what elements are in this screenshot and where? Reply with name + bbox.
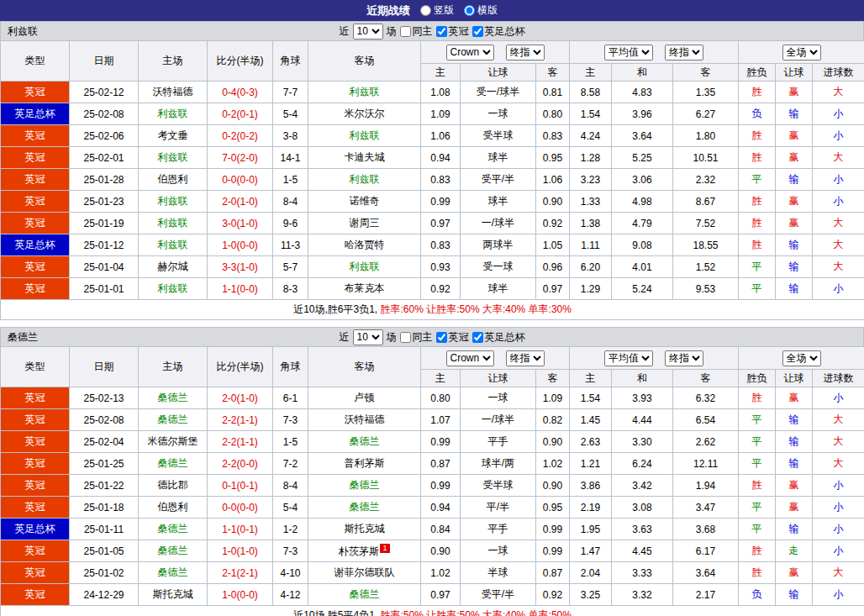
home-team-cell-name: 米德尔斯堡 [148, 435, 198, 447]
handicap-cell: 平手 [461, 431, 536, 453]
fulltime-scope-select[interactable]: 全场 [782, 350, 821, 366]
filter-option-fa-cup[interactable]: 英足总杯 [472, 24, 525, 39]
euro-draw-odds: 3.64 [612, 125, 673, 147]
away-team-cell[interactable]: 桑德兰 [308, 431, 421, 453]
home-team-cell[interactable]: 利兹联 [139, 191, 208, 213]
date-cell: 25-02-08 [70, 409, 139, 431]
home-team-cell[interactable]: 利兹联 [139, 278, 208, 300]
euro-away-odds: 1.35 [673, 82, 739, 103]
checkbox-fa-cup[interactable] [472, 26, 483, 37]
match-count-select[interactable]: 10 [353, 24, 383, 39]
home-team-cell[interactable]: 桑德兰 [139, 562, 208, 584]
odds-group-selects: 平均值终指 [570, 45, 738, 61]
league-cell: 英冠 [1, 213, 70, 234]
filter-option-league-championship[interactable]: 英冠 [436, 24, 469, 39]
euro-home-odds: 1.11 [570, 234, 612, 256]
home-team-cell: 沃特福德 [139, 82, 208, 103]
checkbox-fa-cup[interactable] [472, 332, 483, 343]
home-team-cell-name: 利兹联 [158, 217, 188, 229]
away-team-cell[interactable]: 利兹联 [308, 256, 421, 278]
away-team-cell-name: 沃特福德 [345, 413, 385, 425]
away-team-cell[interactable]: 利兹联 [308, 125, 421, 147]
filter-option-same-home[interactable]: 同主 [400, 330, 433, 345]
handicap-result-cell: 输 [776, 278, 813, 300]
layout-option-vertical[interactable]: 竖版 [420, 3, 454, 18]
away-team-cell-name: 桑德兰 [350, 479, 380, 491]
euro-away-odds: 3.64 [673, 562, 739, 584]
col-header-euro-draw: 和 [612, 370, 673, 387]
filter-option-league-championship[interactable]: 英冠 [436, 330, 469, 345]
recent-results-page: 近期战绩 竖版 横版 利兹联近10场同主英冠英足总杯类型日期主场比分(半场)角球… [0, 0, 864, 616]
horizontal-layout-radio[interactable] [464, 5, 475, 16]
goals-result-cell: 大 [813, 234, 864, 256]
col-header-date: 日期 [70, 347, 139, 387]
asian-home-odds: 1.09 [421, 103, 461, 125]
checkbox-same-home[interactable] [400, 332, 411, 343]
table-row: 英冠25-01-18伯恩利0-0(0-0)5-4桑德兰0.94平/半0.952.… [1, 497, 864, 519]
bookmaker-final-select[interactable]: 终指 [506, 350, 545, 366]
date-cell: 25-02-04 [70, 431, 139, 453]
home-team-cell[interactable]: 利兹联 [139, 147, 208, 169]
avg-final-select[interactable]: 终指 [665, 45, 703, 61]
goals-result-cell: 大 [813, 147, 864, 169]
table-row: 英足总杯25-01-11桑德兰1-1(0-1)1-2斯托克城0.84平手0.99… [1, 519, 864, 540]
bookmaker-final-select[interactable]: 终指 [506, 45, 545, 61]
handicap-cell: 球半 [461, 147, 536, 169]
home-team-cell[interactable]: 利兹联 [139, 103, 208, 125]
col-header-asian-away: 客 [536, 64, 570, 82]
filter-option-fa-cup[interactable]: 英足总杯 [472, 330, 525, 345]
handicap-cell: 一/球半 [461, 213, 536, 234]
euro-home-odds: 1.45 [570, 409, 612, 431]
layout-option-horizontal[interactable]: 横版 [464, 3, 498, 18]
home-team-cell[interactable]: 桑德兰 [139, 540, 208, 562]
checkbox-same-home[interactable] [400, 26, 411, 37]
home-team-cell[interactable]: 利兹联 [139, 213, 208, 234]
score-cell: 1-0(0-0) [208, 584, 273, 606]
home-team-cell[interactable]: 利兹联 [139, 234, 208, 256]
away-team-cell-name: 利兹联 [350, 173, 380, 185]
asian-home-odds: 0.84 [421, 519, 461, 540]
match-count-select[interactable]: 10 [353, 329, 383, 345]
handicap-result-cell: 赢 [776, 125, 813, 147]
euro-away-odds: 18.55 [673, 234, 739, 256]
away-team-cell[interactable]: 利兹联 [308, 82, 421, 103]
home-team-cell[interactable]: 桑德兰 [139, 453, 208, 475]
table-row: 英冠25-02-04米德尔斯堡2-2(1-1)1-5桑德兰0.99平手0.902… [1, 431, 864, 453]
asian-away-odds: 1.02 [536, 453, 570, 475]
filter-label-same-home: 同主 [413, 24, 433, 39]
odds-group-3: 全场 [739, 347, 864, 370]
bookmaker-select[interactable]: Crown [446, 350, 494, 366]
away-team-cell[interactable]: 利兹联 [308, 169, 421, 191]
summary-row: 近10场,胜6平3负1, 胜率:60% 让胜率:50% 大率:40% 单率:30… [1, 300, 864, 320]
checkbox-league-championship[interactable] [436, 26, 447, 37]
handicap-result-cell: 输 [776, 584, 813, 606]
table-row: 英冠25-01-19利兹联3-0(1-0)9-6谢周三0.97一/球半0.921… [1, 213, 864, 234]
league-cell: 英冠 [1, 125, 70, 147]
result-cell: 平 [739, 169, 776, 191]
vertical-layout-radio[interactable] [420, 5, 431, 16]
asian-away-odds: 0.90 [536, 191, 570, 213]
match-filter: 近10场同主英冠英足总杯 [340, 329, 525, 345]
bookmaker-select[interactable]: Crown [446, 45, 494, 61]
home-team-cell[interactable]: 桑德兰 [139, 519, 208, 540]
col-header-result: 胜负 [739, 370, 776, 387]
col-header-corners: 角球 [273, 347, 308, 387]
table-row: 英足总杯25-02-08利兹联0-2(0-1)5-4米尔沃尔1.09一球0.80… [1, 103, 864, 125]
home-team-cell[interactable]: 桑德兰 [139, 409, 208, 431]
checkbox-league-championship[interactable] [436, 332, 447, 343]
euro-draw-odds: 4.44 [612, 409, 673, 431]
filter-option-same-home[interactable]: 同主 [400, 24, 433, 39]
away-team-cell[interactable]: 桑德兰 [308, 497, 421, 519]
goals-result-cell: 小 [813, 540, 864, 562]
home-team-cell[interactable]: 桑德兰 [139, 387, 208, 409]
avg-final-select[interactable]: 终指 [665, 350, 703, 366]
corners-cell: 4-10 [273, 562, 308, 584]
col-header-result: 胜负 [739, 64, 776, 82]
corners-cell: 7-3 [273, 540, 308, 562]
away-team-cell[interactable]: 桑德兰 [308, 584, 421, 606]
fulltime-scope-select[interactable]: 全场 [782, 45, 821, 61]
avg-odds-select[interactable]: 平均值 [604, 350, 653, 366]
match-filter: 近10场同主英冠英足总杯 [340, 24, 525, 39]
away-team-cell[interactable]: 桑德兰 [308, 475, 421, 497]
avg-odds-select[interactable]: 平均值 [604, 45, 653, 61]
